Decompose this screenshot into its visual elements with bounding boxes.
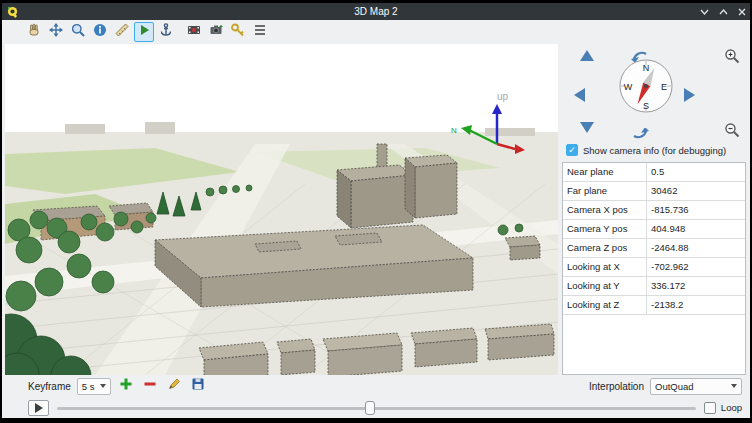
ruler-icon (114, 22, 130, 42)
qgis-3d-map-window: 3D Map 2 (2, 3, 750, 418)
scene-3d: up N (5, 44, 558, 375)
zoom-in-button[interactable] (724, 48, 740, 68)
play-animation-button[interactable] (134, 22, 154, 42)
film-button[interactable] (184, 22, 204, 42)
interpolation-label: Interpolation (589, 381, 644, 392)
screen: 3D Map 2 (0, 0, 752, 423)
play-icon (136, 22, 152, 42)
row-value: -815.736 (647, 201, 745, 219)
anchor-icon (158, 22, 174, 42)
table-row: Far plane30462 (563, 182, 745, 201)
table-row: Camera Z pos-2464.88 (563, 239, 745, 258)
edit-keyframe-button[interactable] (165, 377, 183, 395)
row-value: -702.962 (647, 258, 745, 276)
row-label: Camera Y pos (563, 220, 647, 238)
interpolation-value: OutQuad (655, 381, 694, 392)
camera-info-checkbox[interactable]: ✓ (566, 144, 578, 156)
keyframe-bar: Keyframe 5 s Interpolation OutQuad (2, 375, 750, 397)
nav-right-button[interactable] (684, 88, 695, 102)
minus-icon (143, 377, 157, 395)
camera-control-button[interactable] (24, 22, 44, 42)
pencil-icon (167, 377, 181, 395)
row-value: -2138.2 (647, 296, 745, 314)
timeline-slider[interactable] (57, 400, 696, 416)
close-button[interactable] (738, 8, 746, 16)
add-keyframe-button[interactable] (117, 377, 135, 395)
save-icon (191, 377, 205, 395)
list-button[interactable] (250, 22, 270, 42)
transport-bar: ✓ Loop (2, 397, 750, 418)
film-icon (186, 22, 202, 42)
row-label: Camera Z pos (563, 239, 647, 257)
loop-label: Loop (721, 402, 742, 413)
minimize-button[interactable] (700, 9, 709, 15)
loop-checkbox[interactable]: ✓ (704, 402, 716, 414)
key-icon (230, 22, 246, 42)
nav-up-button[interactable] (580, 50, 594, 61)
row-label: Near plane (563, 163, 647, 181)
compass-w-label: W (624, 82, 633, 92)
nav-left-button[interactable] (574, 88, 585, 102)
row-label: Looking at X (563, 258, 647, 276)
play-button[interactable] (28, 400, 49, 416)
zoom-out-button[interactable] (724, 122, 740, 142)
toolbar (2, 20, 750, 44)
four-arrows-icon (48, 22, 64, 42)
keyframe-select[interactable]: 5 s (77, 378, 112, 395)
anchor-button[interactable] (156, 22, 176, 42)
magnifier-icon (70, 22, 86, 42)
remove-keyframe-button[interactable] (141, 377, 159, 395)
row-value: 0.5 (647, 163, 745, 181)
slider-track[interactable] (57, 407, 696, 410)
row-label: Camera X pos (563, 201, 647, 219)
camera-icon (208, 22, 224, 42)
interpolation-select[interactable]: OutQuad (650, 378, 742, 395)
row-value: -2464.88 (647, 239, 745, 257)
table-row: Looking at Z-2138.2 (563, 296, 745, 315)
chevron-down-icon (731, 384, 737, 388)
save-animation-button[interactable] (189, 377, 207, 395)
plus-icon (119, 377, 133, 395)
chevron-down-icon (100, 384, 106, 388)
compass-s-label: S (643, 101, 649, 111)
keyframe-value: 5 s (82, 381, 95, 392)
timeline-slider-handle[interactable] (365, 401, 375, 415)
table-row: Looking at X-702.962 (563, 258, 745, 277)
show-info-button[interactable] (90, 22, 110, 42)
zoom-full-button[interactable] (68, 22, 88, 42)
titlebar[interactable]: 3D Map 2 (2, 3, 750, 20)
map-3d-viewport[interactable]: up N (5, 44, 558, 375)
camera-info-table: Near plane0.5 Far plane30462 Camera X po… (562, 162, 746, 375)
row-value: 404.948 (647, 220, 745, 238)
compass-e-label: E (661, 82, 667, 92)
compass-n-label: N (643, 63, 650, 73)
axis-up-label: up (497, 91, 509, 102)
row-value: 30462 (647, 182, 745, 200)
table-row: Near plane0.5 (563, 163, 745, 182)
row-label: Looking at Z (563, 296, 647, 314)
axis-north-label: N (451, 126, 457, 135)
window-title: 3D Map 2 (2, 6, 750, 17)
info-icon (92, 22, 108, 42)
options-button[interactable] (228, 22, 248, 42)
row-label: Far plane (563, 182, 647, 200)
camera-panel: N E S W ✓ Show camera info (for debuggin… (560, 44, 748, 375)
row-value: 336.172 (647, 277, 745, 295)
keyframe-label: Keyframe (28, 381, 71, 392)
row-label: Looking at Y (563, 277, 647, 295)
list-icon (252, 22, 268, 42)
play-icon (35, 403, 43, 413)
hand-icon (26, 22, 42, 42)
maximize-button[interactable] (719, 9, 728, 15)
table-row: Camera Y pos404.948 (563, 220, 745, 239)
table-row: Camera X pos-815.736 (563, 201, 745, 220)
save-image-button[interactable] (206, 22, 226, 42)
compass[interactable]: N E S W (618, 58, 674, 118)
pan-button[interactable] (46, 22, 66, 42)
nav-down-button[interactable] (580, 122, 594, 133)
table-row: Looking at Y336.172 (563, 277, 745, 296)
camera-info-checkbox-label: Show camera info (for debugging) (583, 145, 726, 156)
measure-button[interactable] (112, 22, 132, 42)
